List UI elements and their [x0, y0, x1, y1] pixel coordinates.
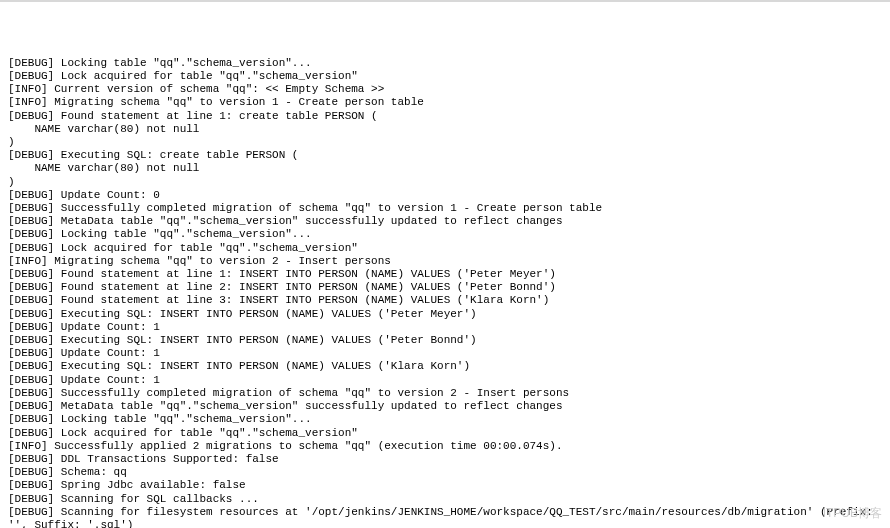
log-line: [DEBUG] Scanning for filesystem resource… [8, 506, 882, 528]
log-line: [DEBUG] Found statement at line 2: INSER… [8, 281, 882, 294]
log-line: [INFO] Current version of schema "qq": <… [8, 83, 882, 96]
log-line: [DEBUG] Found statement at line 1: INSER… [8, 268, 882, 281]
log-line: [DEBUG] Update Count: 0 [8, 189, 882, 202]
log-line: [DEBUG] Locking table "qq"."schema_versi… [8, 413, 882, 426]
log-line: [DEBUG] DDL Transactions Supported: fals… [8, 453, 882, 466]
log-line: [DEBUG] Scanning for SQL callbacks ... [8, 493, 882, 506]
log-output[interactable]: [DEBUG] Locking table "qq"."schema_versi… [8, 57, 882, 528]
log-line: [INFO] Successfully applied 2 migrations… [8, 440, 882, 453]
log-line: [DEBUG] Update Count: 1 [8, 374, 882, 387]
log-line: [DEBUG] Spring Jdbc available: false [8, 479, 882, 492]
log-line: [DEBUG] Lock acquired for table "qq"."sc… [8, 427, 882, 440]
log-line: ) [8, 136, 882, 149]
log-line: [DEBUG] Locking table "qq"."schema_versi… [8, 228, 882, 241]
log-line: [DEBUG] Successfully completed migration… [8, 387, 882, 400]
log-line: NAME varchar(80) not null [8, 123, 882, 136]
log-line: [DEBUG] Lock acquired for table "qq"."sc… [8, 242, 882, 255]
log-line: [DEBUG] Lock acquired for table "qq"."sc… [8, 70, 882, 83]
log-line: [DEBUG] MetaData table "qq"."schema_vers… [8, 215, 882, 228]
log-line: [DEBUG] Executing SQL: create table PERS… [8, 149, 882, 162]
log-line: [DEBUG] MetaData table "qq"."schema_vers… [8, 400, 882, 413]
log-line: [DEBUG] Executing SQL: INSERT INTO PERSO… [8, 334, 882, 347]
log-line: [DEBUG] Update Count: 1 [8, 321, 882, 334]
log-line: [DEBUG] Update Count: 1 [8, 347, 882, 360]
log-line: [DEBUG] Executing SQL: INSERT INTO PERSO… [8, 360, 882, 373]
log-line: [DEBUG] Found statement at line 3: INSER… [8, 294, 882, 307]
log-line: [DEBUG] Schema: qq [8, 466, 882, 479]
log-line: ) [8, 176, 882, 189]
log-line: NAME varchar(80) not null [8, 162, 882, 175]
log-line: [INFO] Migrating schema "qq" to version … [8, 255, 882, 268]
log-line: [DEBUG] Found statement at line 1: creat… [8, 110, 882, 123]
log-line: [INFO] Migrating schema "qq" to version … [8, 96, 882, 109]
log-line: [DEBUG] Locking table "qq"."schema_versi… [8, 57, 882, 70]
log-line: [DEBUG] Executing SQL: INSERT INTO PERSO… [8, 308, 882, 321]
log-line: [DEBUG] Successfully completed migration… [8, 202, 882, 215]
